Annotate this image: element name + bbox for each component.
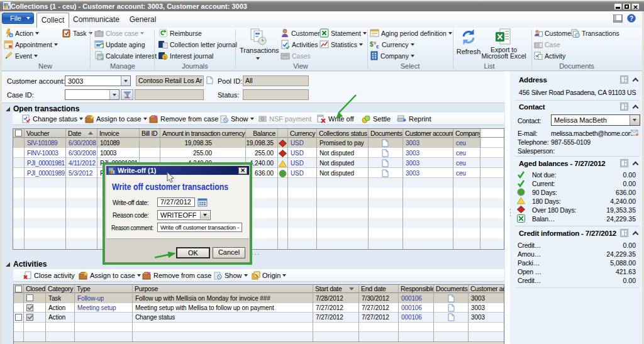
svg-text:?: ? xyxy=(630,15,633,22)
svg-text:€: € xyxy=(376,44,379,49)
svg-text:$: $ xyxy=(164,55,166,60)
